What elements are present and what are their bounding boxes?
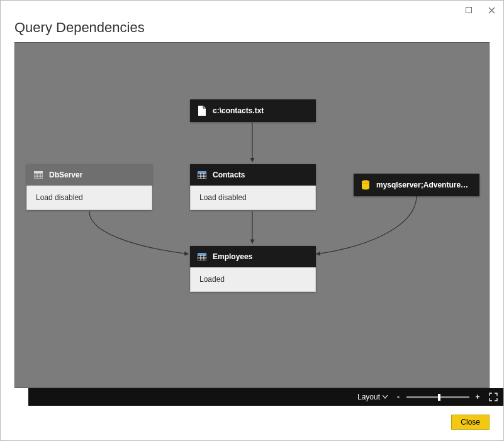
node-header: mysqlserver;AdventureWor... bbox=[354, 174, 479, 196]
zoom-slider: - + bbox=[394, 393, 482, 401]
node-label: Contacts bbox=[213, 170, 245, 179]
fit-icon bbox=[488, 392, 498, 402]
node-status: Load disabled bbox=[190, 186, 316, 210]
node-header: Contacts bbox=[190, 164, 316, 186]
zoom-track[interactable] bbox=[406, 396, 469, 398]
node-dbserver[interactable]: DbServer Load disabled bbox=[26, 164, 152, 210]
database-icon bbox=[361, 180, 370, 190]
close-icon bbox=[488, 7, 495, 14]
close-button[interactable]: Close bbox=[451, 415, 490, 430]
table-icon bbox=[198, 171, 206, 179]
node-label: Employees bbox=[213, 252, 252, 261]
svg-rect-8 bbox=[34, 171, 43, 173]
node-file-source[interactable]: c:\contacts.txt bbox=[190, 99, 316, 122]
maximize-button[interactable] bbox=[461, 3, 477, 17]
connectors bbox=[15, 43, 489, 388]
node-status: Load disabled bbox=[26, 186, 152, 210]
svg-rect-22 bbox=[198, 253, 206, 255]
svg-rect-14 bbox=[198, 171, 206, 173]
dialog-header: Query Dependencies bbox=[1, 20, 503, 42]
node-header: DbServer bbox=[26, 164, 152, 186]
table-icon bbox=[34, 171, 43, 179]
node-status: Loaded bbox=[190, 267, 316, 292]
zoom-out-button[interactable]: - bbox=[394, 393, 403, 401]
chevron-down-icon bbox=[383, 395, 388, 399]
close-window-button[interactable] bbox=[483, 3, 500, 17]
file-icon bbox=[198, 106, 206, 116]
table-icon bbox=[198, 253, 206, 260]
node-header: c:\contacts.txt bbox=[190, 99, 316, 122]
node-employees[interactable]: Employees Loaded bbox=[190, 246, 316, 292]
fit-to-screen-button[interactable] bbox=[488, 392, 498, 402]
svg-rect-0 bbox=[466, 8, 472, 13]
dialog-footer: Close bbox=[1, 406, 503, 438]
zoom-in-button[interactable]: + bbox=[473, 393, 482, 401]
window-titlebar bbox=[1, 1, 503, 20]
maximize-icon bbox=[466, 7, 472, 13]
node-label: mysqlserver;AdventureWor... bbox=[376, 181, 472, 189]
node-mysql-source[interactable]: mysqlserver;AdventureWor... bbox=[354, 174, 479, 196]
dialog-title: Query Dependencies bbox=[14, 20, 490, 36]
node-contacts[interactable]: Contacts Load disabled bbox=[190, 164, 316, 210]
node-label: c:\contacts.txt bbox=[213, 106, 264, 115]
canvas-toolbar: Layout - + bbox=[28, 388, 503, 406]
dialog-window: Query Dependencies bbox=[0, 0, 504, 441]
dependency-canvas[interactable]: c:\contacts.txt DbServer Load disabled C… bbox=[14, 42, 490, 388]
node-label: DbServer bbox=[49, 170, 82, 179]
zoom-thumb[interactable] bbox=[438, 394, 440, 401]
layout-label: Layout bbox=[357, 393, 380, 401]
layout-dropdown[interactable]: Layout bbox=[357, 393, 388, 401]
node-header: Employees bbox=[190, 246, 316, 267]
